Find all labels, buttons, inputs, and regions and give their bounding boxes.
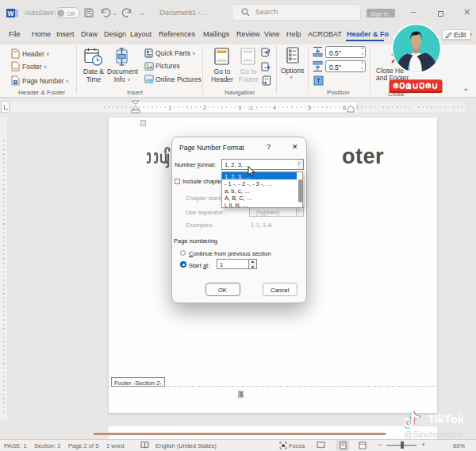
svg-text:4: 4 bbox=[273, 104, 276, 111]
svg-text:5: 5 bbox=[308, 104, 311, 111]
svg-text:TikTok: TikTok bbox=[428, 413, 464, 426]
svg-text:3: 3 bbox=[238, 104, 241, 111]
svg-text:W: W bbox=[7, 10, 14, 17]
svg-text:2: 2 bbox=[203, 104, 206, 111]
svg-text:1: 1 bbox=[168, 104, 171, 111]
